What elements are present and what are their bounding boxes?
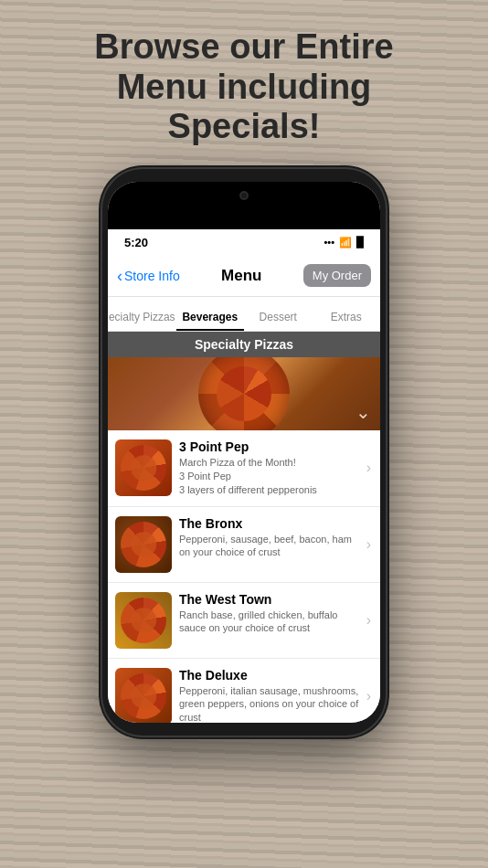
menu-item[interactable]: The Deluxe Pepperoni, italian sausage, m… <box>108 659 380 723</box>
section-header: Specialty Pizzas <box>108 332 380 357</box>
pizza-circle-icon <box>121 598 166 643</box>
item-name: The Bronx <box>179 516 359 531</box>
pizza-hero-image <box>198 357 290 430</box>
category-tabs: ecialty Pizzas Beverages Dessert Extras <box>108 297 380 332</box>
headline-line1: Browse our Entire <box>94 27 393 66</box>
nav-bar: ‹ Store Info Menu My Order <box>108 255 380 297</box>
menu-item[interactable]: 3 Point Pep March Pizza of the Month!3 P… <box>108 430 380 507</box>
phone-shell: 5:20 ••• 📶 ▉ ‹ Store Info Menu My Order … <box>102 169 386 736</box>
menu-item[interactable]: The Bronx Pepperoni, sausage, beef, baco… <box>108 507 380 583</box>
pizza-circle-icon <box>121 673 166 719</box>
item-desc: Ranch base, grilled chicken, buffalo sau… <box>179 609 359 636</box>
camera-dot <box>239 191 249 200</box>
item-image-3-point-pep <box>115 439 172 496</box>
my-order-button[interactable]: My Order <box>303 264 371 287</box>
back-button[interactable]: ‹ Store Info <box>117 268 180 284</box>
back-chevron-icon: ‹ <box>117 268 122 284</box>
tab-beverages[interactable]: Beverages <box>176 311 245 331</box>
item-image-the-bronx <box>115 516 172 573</box>
item-info-the-deluxe: The Deluxe Pepperoni, italian sausage, m… <box>179 668 359 723</box>
wifi-icon: 📶 <box>339 237 352 249</box>
status-icons: ••• 📶 ▉ <box>324 237 364 249</box>
item-chevron-icon: › <box>366 460 371 476</box>
item-info-3-point-pep: 3 Point Pep March Pizza of the Month!3 P… <box>179 439 359 497</box>
back-label: Store Info <box>124 269 180 283</box>
phone-screen: 5:20 ••• 📶 ▉ ‹ Store Info Menu My Order … <box>108 182 380 723</box>
item-name: The West Town <box>179 592 359 607</box>
signal-icon: ••• <box>324 237 334 248</box>
menu-list: 3 Point Pep March Pizza of the Month!3 P… <box>108 430 380 723</box>
hero-chevron-down-icon: ⌄ <box>355 401 371 423</box>
item-chevron-icon: › <box>366 688 371 704</box>
item-image-the-west-town <box>115 592 172 649</box>
status-time: 5:20 <box>124 236 148 249</box>
battery-icon: ▉ <box>356 237 364 249</box>
headline: Browse our Entire Menu including Special… <box>0 27 488 147</box>
item-name: 3 Point Pep <box>179 439 359 454</box>
nav-title: Menu <box>221 267 261 285</box>
tab-dessert[interactable]: Dessert <box>244 311 313 331</box>
item-chevron-icon: › <box>366 612 371 629</box>
headline-line3: Specials! <box>168 107 321 145</box>
pizza-circle-icon <box>121 445 166 491</box>
menu-item[interactable]: The West Town Ranch base, grilled chicke… <box>108 583 380 659</box>
item-desc: March Pizza of the Month!3 Point Pep3 la… <box>179 456 359 497</box>
notch-bar <box>108 182 380 229</box>
item-info-the-bronx: The Bronx Pepperoni, sausage, beef, baco… <box>179 516 359 560</box>
item-name: The Deluxe <box>179 668 359 683</box>
tab-extras[interactable]: Extras <box>313 311 381 331</box>
pizza-circle-icon <box>121 522 166 567</box>
pizza-hero: ⌄ <box>108 357 380 430</box>
item-image-the-deluxe <box>115 668 172 723</box>
tab-specialty-pizzas[interactable]: ecialty Pizzas <box>108 311 176 331</box>
item-desc: Pepperoni, italian sausage, mushrooms, g… <box>179 684 359 723</box>
item-desc: Pepperoni, sausage, beef, bacon, ham on … <box>179 533 359 560</box>
headline-line2: Menu including <box>117 68 372 106</box>
item-info-the-west-town: The West Town Ranch base, grilled chicke… <box>179 592 359 636</box>
status-bar: 5:20 ••• 📶 ▉ <box>108 229 380 255</box>
item-chevron-icon: › <box>366 536 371 553</box>
